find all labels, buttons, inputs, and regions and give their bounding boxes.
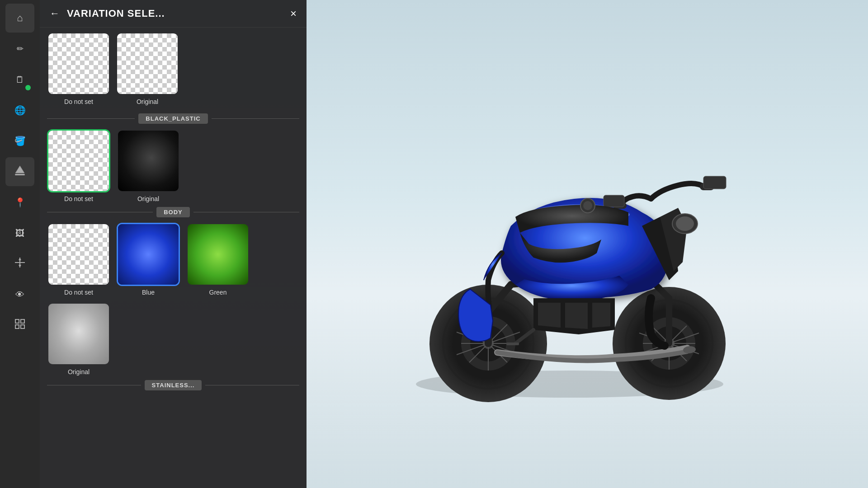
variation-thumb-blue-body[interactable] [117, 223, 180, 286]
variation-thumb-original-body[interactable] [47, 302, 110, 366]
save-icon: 🗒 [15, 75, 24, 85]
variation-thumb-do-not-set-top[interactable] [47, 32, 110, 95]
blue-body-texture [118, 224, 179, 285]
mirror-right [604, 195, 624, 207]
visibility-button[interactable]: 👁 [5, 280, 34, 309]
section-separator-stainless: STAINLESS... [47, 380, 299, 390]
home-icon: ⌂ [17, 12, 23, 24]
variation-panel: ← VARIATION SELE... × Do not set Origina… [40, 0, 307, 488]
grey-body-texture [48, 304, 109, 364]
variation-item-do-not-set-bp[interactable]: Do not set [47, 129, 110, 202]
partial-top-row: Do not set Original [47, 28, 299, 109]
section-label-black-plastic: BLACK_PLASTIC [138, 113, 208, 124]
separator-line [212, 118, 299, 119]
variation-item-blue-body[interactable]: Blue [117, 223, 180, 296]
mirror-left [703, 176, 726, 189]
svg-marker-26 [19, 258, 21, 260]
svg-rect-19 [506, 343, 519, 345]
paint-bucket-button[interactable]: 🪣 [5, 127, 34, 155]
checker-pattern [48, 224, 109, 285]
green-body-texture [188, 224, 248, 285]
handlebar-left [651, 183, 705, 199]
edit-icon: ✏ [17, 44, 24, 54]
variation-item[interactable]: Do not set [47, 32, 110, 105]
variation-item-do-not-set-body[interactable]: Do not set [47, 223, 110, 296]
svg-marker-22 [15, 166, 24, 173]
separator-line [205, 385, 299, 385]
fill-icon [14, 164, 26, 179]
svg-marker-27 [19, 265, 21, 267]
motorcycle-viewport [262, 45, 868, 452]
variation-label-original-body: Original [68, 368, 90, 375]
section-separator-black-plastic: BLACK_PLASTIC [47, 113, 299, 124]
separator-line [47, 118, 135, 119]
pin-button[interactable]: 📍 [5, 188, 34, 217]
save-badge [25, 85, 31, 90]
eye-icon: 👁 [15, 290, 24, 300]
panel-header: ← VARIATION SELE... × [40, 0, 307, 28]
svg-rect-23 [15, 174, 25, 175]
save-button[interactable]: 🗒 [5, 65, 34, 94]
arrange-icon [14, 257, 26, 271]
svg-point-21 [583, 201, 592, 210]
svg-rect-31 [21, 325, 24, 328]
svg-point-20 [676, 216, 694, 231]
separator-line [47, 385, 141, 385]
variation-thumb-do-not-set-body[interactable] [47, 223, 110, 286]
section-label-body: BODY [156, 207, 190, 217]
variation-thumb-original-bp[interactable] [117, 129, 180, 192]
variation-label: Do not set [64, 98, 93, 105]
edit-button[interactable]: ✏ [5, 34, 34, 63]
variation-item-green-body[interactable]: Green [186, 223, 250, 296]
panel-scroll-content[interactable]: Do not set Original BLACK_PLASTIC Do not… [40, 28, 307, 488]
variation-label-blue-body: Blue [142, 289, 155, 296]
variation-item-original-bp[interactable]: Original [117, 129, 180, 202]
close-icon: × [290, 7, 297, 19]
checker-pattern [48, 33, 109, 94]
media-icon: 🖼 [15, 228, 24, 239]
section-separator-body: BODY [47, 207, 299, 217]
motorcycle-svg [362, 90, 769, 407]
variation-thumb-green-body[interactable] [186, 223, 250, 286]
variation-label: Original [137, 98, 158, 105]
media-button[interactable]: 🖼 [5, 219, 34, 248]
checker-pattern [117, 33, 178, 94]
body-variation-grid: Do not set Blue Green Orig [47, 223, 299, 375]
svg-rect-29 [21, 319, 24, 323]
variation-thumb-original-top[interactable] [116, 32, 179, 95]
separator-line [193, 212, 299, 212]
pin-icon: 📍 [14, 197, 26, 208]
panel-title: VARIATION SELE... [67, 8, 283, 19]
paint-bucket-icon: 🪣 [14, 136, 26, 146]
arrange-button[interactable] [5, 249, 34, 278]
variation-thumb-do-not-set-bp[interactable] [47, 129, 110, 192]
home-button[interactable]: ⌂ [5, 4, 34, 33]
variation-item-original-body[interactable]: Original [47, 302, 110, 375]
svg-rect-28 [15, 319, 19, 323]
fullscreen-button[interactable] [5, 311, 34, 340]
globe-icon: 🌐 [14, 105, 26, 116]
black-plastic-texture [118, 131, 179, 191]
variation-label-do-not-set-body: Do not set [64, 289, 93, 296]
sidebar: ⌂ ✏ 🗒 🌐 🪣 📍 🖼 [0, 0, 40, 488]
variation-label-do-not-set-bp: Do not set [64, 195, 93, 202]
black-plastic-grid: Do not set Original [47, 129, 299, 202]
fullscreen-icon [14, 318, 26, 333]
rear-body-panel [484, 253, 502, 280]
svg-rect-30 [15, 325, 19, 328]
variation-item[interactable]: Original [116, 32, 179, 105]
separator-line [47, 212, 153, 212]
variation-label-green-body: Green [209, 289, 227, 296]
section-label-stainless: STAINLESS... [145, 380, 202, 390]
fill-button[interactable] [5, 157, 34, 186]
back-arrow-icon: ← [50, 8, 60, 19]
close-button[interactable]: × [288, 6, 298, 21]
checker-pattern [48, 131, 109, 191]
back-button[interactable]: ← [48, 7, 61, 20]
variation-label-original-bp: Original [137, 195, 159, 202]
globe-button[interactable]: 🌐 [5, 96, 34, 125]
